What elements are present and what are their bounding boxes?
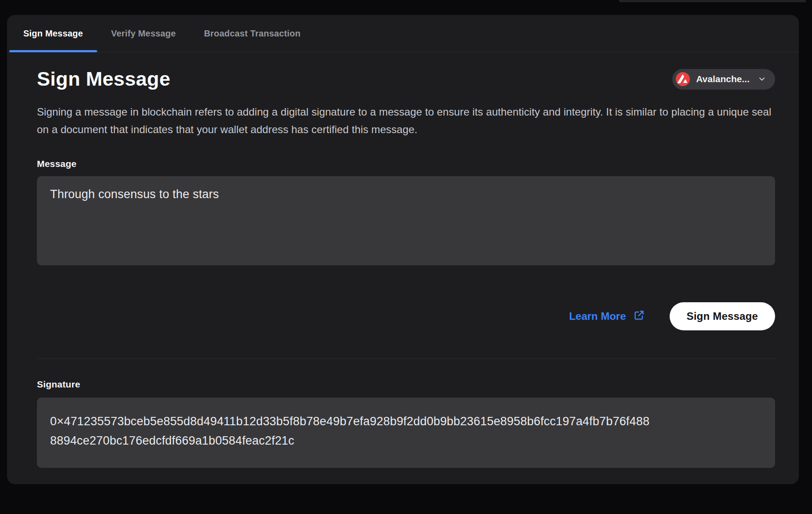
learn-more-link[interactable]: Learn More: [569, 309, 645, 324]
tab-bar: Sign Message Verify Message Broadcast Tr…: [7, 15, 799, 52]
description-text: Signing a message in blockchain refers t…: [37, 103, 775, 138]
signature-label: Signature: [37, 379, 775, 390]
tab-verify-message[interactable]: Verify Message: [97, 15, 190, 52]
offscreen-panel-edge: [619, 0, 806, 2]
message-input[interactable]: Through consensus to the stars: [37, 176, 775, 265]
tab-broadcast-transaction[interactable]: Broadcast Transaction: [190, 15, 315, 52]
tab-sign-message[interactable]: Sign Message: [9, 15, 97, 52]
sign-message-button[interactable]: Sign Message: [670, 302, 775, 330]
section-divider: [37, 358, 775, 359]
message-label: Message: [37, 159, 775, 169]
network-selector[interactable]: Avalanche...: [672, 69, 775, 90]
header-row: Sign Message Avalanche...: [37, 68, 775, 90]
avalanche-logo-icon: [676, 72, 690, 86]
signature-value: 0×471235573bceb5e855d8d49411b12d33b5f8b7…: [50, 412, 653, 450]
signature-output[interactable]: 0×471235573bceb5e855d8d49411b12d33b5f8b7…: [37, 398, 775, 468]
learn-more-label: Learn More: [569, 310, 626, 322]
network-label: Avalanche...: [696, 74, 750, 84]
actions-row: Learn More Sign Message: [37, 302, 775, 330]
page-title: Sign Message: [37, 68, 170, 90]
chevron-down-icon: [756, 75, 766, 83]
sign-message-card: Sign Message Verify Message Broadcast Tr…: [7, 15, 799, 484]
external-link-icon: [633, 309, 645, 324]
card-content: Sign Message Avalanche... Sign: [7, 68, 799, 468]
